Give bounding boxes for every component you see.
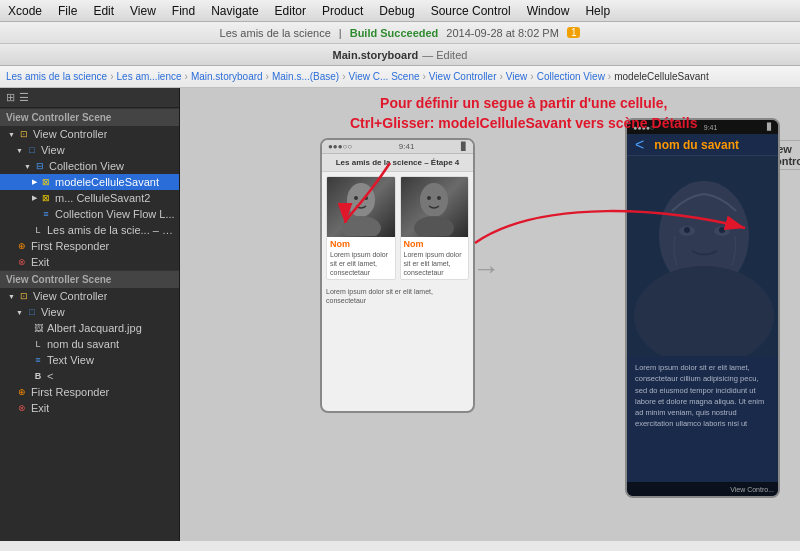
menu-debug[interactable]: Debug [379,4,414,18]
breadcrumb-2[interactable]: Main.storyboard [191,71,263,82]
nav-icon-view2: □ [25,305,39,319]
nav-triangle-cell1[interactable]: ▶ [32,178,37,186]
menu-file[interactable]: File [58,4,77,18]
detail-controller-bar: View Contro... [627,482,778,496]
breadcrumb-5[interactable]: View Controller [429,71,497,82]
cell-face-1 [327,177,395,237]
cell-text-1: Lorem ipsum dolor sit er elit lamet, con… [327,249,395,279]
nav-label-cell1: modeleCelluleSavant [55,176,159,188]
nav-item-exit2[interactable]: ▶ ⊗ Exit [0,400,179,416]
left-phone-time: 9:41 [399,142,415,151]
build-status: Build Succeeded [350,27,439,39]
cell-image-2 [401,177,469,237]
nav-triangle-view1[interactable]: ▼ [16,147,23,154]
nav-item-img[interactable]: ▶ 🖼 Albert Jacquard.jpg [0,320,179,336]
menu-find[interactable]: Find [172,4,195,18]
svg-point-7 [437,196,441,200]
nav-item-responder1[interactable]: ▶ ⊕ First Responder [0,238,179,254]
cell-nom-2: Nom [401,237,469,249]
detail-name-label: nom du savant [654,138,739,152]
nav-item-cell2[interactable]: ▶ ⊠ m... CelluleSavant2 [0,190,179,206]
collection-cell-2: Nom Lorem ipsum dolor sit er elit lamet,… [400,176,470,280]
breadcrumb-8[interactable]: modeleCelluleSavant [614,71,709,82]
nav-item-view1[interactable]: ▼ □ View [0,142,179,158]
titlebar-subtitle: — Edited [422,49,467,61]
nav-label-flow: Collection View Flow L... [55,208,175,220]
nav-icon-flow: ≡ [39,207,53,221]
nav-icon-back: B [31,369,45,383]
menubar: Xcode File Edit View Find Navigate Edito… [0,0,800,22]
menu-xcode[interactable]: Xcode [8,4,42,18]
nav-item-cell1[interactable]: ▶ ⊠ modeleCelluleSavant [0,174,179,190]
nav-label-collection: Collection View [49,160,124,172]
menu-product[interactable]: Product [322,4,363,18]
iphone-right: ●●●●○ 9:41 ▊ < nom du savant [625,118,780,498]
nav-icon-view1: □ [25,143,39,157]
breadcrumb-0[interactable]: Les amis de la science [6,71,107,82]
left-phone-status: ●●●○○ [328,142,352,151]
canvas-area[interactable]: View Controller ●●●○○ 9:41 ▊ Les amis de… [180,88,800,541]
nav-triangle-vc2[interactable]: ▼ [8,293,15,300]
detail-text-area: Lorem ipsum dolor sit er elit lamet, con… [627,356,778,436]
nav-label-exit2: Exit [31,402,49,414]
nav-triangle-view2[interactable]: ▼ [16,309,23,316]
nav-label-view2: View [41,306,65,318]
nav-item-textview[interactable]: ▶ ≡ Text View [0,352,179,368]
cell-image-1 [327,177,395,237]
svg-point-4 [420,183,448,217]
main-area: ⊞ ☰ View Controller Scene ▼ ⊡ View Contr… [0,88,800,541]
breadcrumb-7[interactable]: Collection View [537,71,605,82]
breadcrumb-1[interactable]: Les am...ience [117,71,182,82]
right-phone-signal: ●●●●○ [633,124,654,131]
nav-item-flow[interactable]: ▶ ≡ Collection View Flow L... [0,206,179,222]
nav-icon-nomSavant: L [31,337,45,351]
nav-item-responder2[interactable]: ▶ ⊕ First Responder [0,384,179,400]
warning-badge: 1 [567,27,581,38]
breadcrumb-3[interactable]: Main.s...(Base) [272,71,339,82]
nav-label-nomSavant: nom du savant [47,338,119,350]
nav-icon-responder2: ⊕ [15,385,29,399]
nav-icon-img: 🖼 [31,321,45,335]
menu-edit[interactable]: Edit [93,4,114,18]
nav-label-exit1: Exit [31,256,49,268]
nav-item-vc1[interactable]: ▼ ⊡ View Controller [0,126,179,142]
build-status-bar: Les amis de la science | Build Succeeded… [0,22,800,44]
nav-item-nomSavant[interactable]: ▶ L nom du savant [0,336,179,352]
nav-icon-list[interactable]: ☰ [19,91,29,104]
nav-triangle-vc1[interactable]: ▼ [8,131,15,138]
left-phone-bottom-text: Lorem ipsum dolor sit er elit lamet, con… [322,284,473,308]
menu-view[interactable]: View [130,4,156,18]
nav-item-back[interactable]: ▶ B < [0,368,179,384]
nav-item-exit1[interactable]: ▶ ⊗ Exit [0,254,179,270]
nav-label-amis: Les amis de la scie... – Et... [47,224,179,236]
menu-window[interactable]: Window [527,4,570,18]
iphone-left: ●●●○○ 9:41 ▊ Les amis de la science – Ét… [320,138,475,413]
nav-item-view2[interactable]: ▼ □ View [0,304,179,320]
breadcrumb: Les amis de la science › Les am...ience … [0,66,800,88]
nav-item-label-amis[interactable]: ▶ L Les amis de la scie... – Et... [0,222,179,238]
menu-source-control[interactable]: Source Control [431,4,511,18]
nav-item-vc2[interactable]: ▼ ⊡ View Controller [0,288,179,304]
menu-help[interactable]: Help [585,4,610,18]
nav-label-cell2: m... CelluleSavant2 [55,192,150,204]
menu-editor[interactable]: Editor [275,4,306,18]
nav-triangle-cell2[interactable]: ▶ [32,194,37,202]
detail-back-button[interactable]: < [635,136,644,154]
nav-item-collection[interactable]: ▼ ⊟ Collection View [0,158,179,174]
nav-icon-exit2: ⊗ [15,401,29,415]
nav-label-view1: View [41,144,65,156]
titlebar-title: Main.storyboard [333,49,419,61]
nav-icon-grid[interactable]: ⊞ [6,91,15,104]
menu-navigate[interactable]: Navigate [211,4,258,18]
titlebar: Main.storyboard — Edited [0,44,800,66]
build-date: 2014-09-28 at 8:02 PM [446,27,559,39]
cell-text-2: Lorem ipsum dolor sit er elit lamet, con… [401,249,469,279]
svg-point-0 [347,183,375,217]
breadcrumb-4[interactable]: View C... Scene [349,71,420,82]
nav-label-back: < [47,370,53,382]
svg-point-6 [427,196,431,200]
segue-arrow: → [472,253,500,285]
nav-triangle-collection[interactable]: ▼ [24,163,31,170]
nav-label-textview: Text View [47,354,94,366]
breadcrumb-6[interactable]: View [506,71,528,82]
